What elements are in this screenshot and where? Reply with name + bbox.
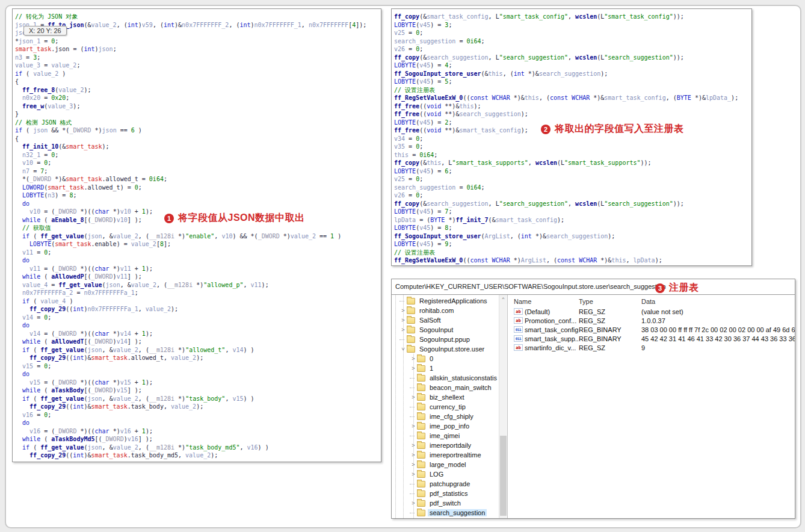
tree-item-label[interactable]: 0: [428, 355, 435, 362]
tree-item-label[interactable]: currency_tip: [428, 403, 467, 410]
code-line: while ( aAllowedT[(_DWORD)v14] );: [15, 338, 378, 346]
tree-item-beacon_main_switch[interactable]: beacon_main_switch: [392, 383, 507, 392]
tree-item-SogouInput[interactable]: >SogouInput: [392, 325, 507, 335]
tree-item-label[interactable]: SogouInput.store.user: [418, 345, 486, 353]
code-line: *(_DWORD *)&smart_task.allowed_t = 0i64;: [15, 175, 378, 184]
reg-sz-icon: ab: [514, 344, 523, 351]
tree-item-0[interactable]: >0: [392, 354, 507, 363]
value-name: Promotion_conf...: [525, 317, 576, 324]
folder-icon: [417, 356, 425, 362]
registry-value-row[interactable]: 011smart_task_configREG_BINARY38 03 00 0…: [514, 325, 795, 334]
tree-item-currency_tip[interactable]: currency_tip: [392, 402, 507, 412]
annotation-3-text: 注册表: [669, 282, 699, 294]
registry-editor-panel: Computer\HKEY_CURRENT_USER\SOFTWARE\Sogo…: [391, 279, 795, 519]
code-line: LOBYTE(v45) = 9;: [394, 240, 749, 249]
tree-item-search_suggestion[interactable]: search_suggestion: [392, 508, 507, 518]
folder-icon: [417, 452, 425, 459]
tree-item-SalSoft[interactable]: >SalSoft: [392, 315, 507, 325]
code-line: ff_SogouInput_store_user(ArgList, (int *…: [394, 232, 749, 241]
code-line: while ( aTaskBodyMd5[(_DWORD)v16] );: [15, 435, 378, 444]
tree-item-label[interactable]: allskin_statusiconstatis: [428, 374, 499, 382]
tree-item-imereportrealtime[interactable]: >imereportrealtime: [392, 450, 507, 460]
annotation-3: 3 注册表: [655, 282, 699, 294]
tree-item-ime_pop_info[interactable]: >ime_pop_info: [392, 421, 507, 431]
tree-item-label[interactable]: ime_cfg_shiply: [428, 413, 475, 420]
code-line: // 转化为 JSON 对象: [15, 13, 378, 21]
tree-item-pdf_statistics[interactable]: pdf_statistics: [392, 489, 507, 498]
tree-item-label[interactable]: LOG: [428, 471, 445, 478]
registry-value-row[interactable]: ab(Default)REG_SZ(value not set): [514, 307, 795, 316]
tree-item-label[interactable]: patchupgrade: [428, 480, 472, 487]
tree-item-ime_qimei[interactable]: ime_qimei: [392, 431, 507, 441]
code-line: v35 = 0;: [394, 143, 749, 151]
tree-item-patchupgrade[interactable]: patchupgrade: [392, 479, 507, 489]
code-line: LOBYTE(smart_task.enable) = value_2[8];: [15, 240, 378, 249]
tree-item-SogouInput.ppup[interactable]: SogouInput.ppup: [392, 335, 507, 344]
tree-item-label[interactable]: rohitab.com: [418, 307, 455, 314]
tree-item-label[interactable]: imereportdaily: [428, 442, 473, 449]
registry-value-row[interactable]: 011smart_task_supp...REG_BINARY45 42 42 …: [514, 334, 795, 343]
code-line: if ( ff_get_value(json, &value_2, (__m12…: [15, 346, 378, 354]
tree-item-ime_cfg_shiply[interactable]: ime_cfg_shiply: [392, 412, 507, 421]
code-line: }: [15, 110, 378, 119]
tree-item-label[interactable]: SogouInput.ppup: [418, 336, 472, 343]
folder-icon: [417, 375, 425, 382]
tree-item-1[interactable]: >1: [392, 363, 507, 373]
tree-item-LOG[interactable]: >LOG: [392, 469, 507, 479]
scrollbar-thumb[interactable]: [500, 436, 507, 516]
tree-item-biz_shellext[interactable]: >biz_shellext: [392, 392, 507, 402]
values-rows: ab(Default)REG_SZ(value not set)abPromot…: [514, 307, 795, 352]
code-line: v16 = (_DWORD *)((char *)v16 + 1);: [15, 427, 378, 436]
tree-item-label[interactable]: imereportrealtime: [428, 451, 483, 459]
registry-key-tree: RegisteredApplications>rohitab.com>SalSo…: [392, 295, 508, 518]
tree-item-label[interactable]: search_suggestion: [428, 509, 487, 516]
tree-item-imereportdaily[interactable]: >imereportdaily: [392, 441, 507, 450]
registry-value-row[interactable]: abPromotion_conf...REG_SZ1.0.0.37: [514, 316, 795, 325]
tree-item-label[interactable]: pdf_switch: [428, 500, 463, 507]
chevron-expanded-icon[interactable]: >: [400, 345, 406, 353]
value-data: 38 03 00 00 ff ff ff 7f 2c 00 02 00 02 0…: [641, 326, 795, 333]
value-name-cell: abPromotion_conf...: [514, 317, 579, 324]
tree-item-rohitab.com[interactable]: >rohitab.com: [392, 306, 507, 315]
code-line: n32_1 = 0;: [15, 151, 378, 159]
code-line: ff_copy(&this, L"smart_task_supports", w…: [394, 159, 749, 167]
tree-item-label[interactable]: ime_qimei: [428, 432, 461, 439]
code-line: do: [15, 256, 378, 265]
tree-item-large_model[interactable]: >large_model: [392, 460, 507, 469]
tree-item-label[interactable]: large_model: [428, 461, 468, 468]
code-line: ff_copy(&search_suggestion, L"search_sug…: [394, 200, 749, 208]
tree-item-label[interactable]: biz_shellext: [428, 394, 466, 401]
tree-item-label[interactable]: RegisteredApplications: [418, 297, 489, 305]
tree-item-label[interactable]: 1: [428, 365, 435, 372]
folder-icon: [407, 308, 415, 314]
scroll-up-icon[interactable]: ^: [499, 295, 507, 303]
tree-item-label[interactable]: SalSoft: [418, 317, 442, 324]
code-line: n3 = 3;: [15, 54, 378, 62]
column-header-name[interactable]: Name: [514, 298, 579, 305]
folder-icon: [417, 481, 425, 487]
column-header-data[interactable]: Data: [641, 298, 795, 305]
folder-icon: [407, 336, 415, 343]
tree-item-pdf_switch[interactable]: >pdf_switch: [392, 498, 507, 508]
tree-item-RegisteredApplications[interactable]: RegisteredApplications: [392, 296, 507, 306]
code-line: // 设置注册表: [394, 249, 749, 257]
tree-item-label[interactable]: SogouInput: [418, 326, 455, 333]
reg-binary-icon: 011: [514, 335, 523, 342]
tree-item-SogouInput.store.user[interactable]: >SogouInput.store.user: [392, 344, 507, 354]
tree-item-allskin_statusiconstatis[interactable]: allskin_statusiconstatis: [392, 373, 507, 383]
tree-scrollbar[interactable]: ^: [499, 295, 507, 518]
code-line: jso ;: [15, 29, 378, 37]
tree-item-label[interactable]: beacon_main_switch: [428, 384, 493, 391]
code-line: ff_init_10(&smart_task);: [15, 143, 378, 151]
code-line: LOBYTE(v45) = 8;: [394, 224, 749, 232]
tree-guide-line: [413, 354, 414, 518]
column-header-type[interactable]: Type: [579, 298, 641, 305]
tree-item-label[interactable]: pdf_statistics: [428, 490, 470, 497]
value-name: smart_task_config: [525, 326, 578, 333]
registry-address-bar[interactable]: Computer\HKEY_CURRENT_USER\SOFTWARE\Sogo…: [392, 279, 795, 295]
tree-item-label[interactable]: ime_pop_info: [428, 422, 471, 430]
registry-value-row[interactable]: absmartinfo_dic_v...REG_SZ9: [514, 343, 795, 352]
code-line: v14 = (_DWORD *)((char *)v14 + 1);: [15, 330, 378, 338]
code-line: LOBYTE(v45) = 4;: [394, 61, 749, 70]
code-line: this = 0i64;: [394, 151, 749, 159]
